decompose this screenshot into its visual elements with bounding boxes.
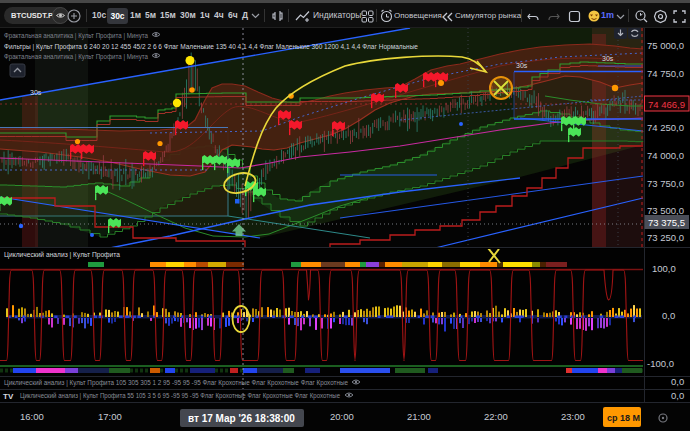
- svg-text:21:00: 21:00: [407, 411, 431, 422]
- svg-text:Фильтры | Культ Профита 6 24: Фильтры | Культ Профита 6 240 20 12 455 …: [4, 43, 418, 51]
- svg-text:0,0: 0,0: [671, 390, 684, 401]
- svg-text:30s: 30s: [30, 89, 42, 96]
- svg-text:16:00: 16:00: [20, 411, 44, 422]
- svg-text:TV: TV: [3, 392, 14, 401]
- svg-text:Циклический анализ | Культ П: Циклический анализ | Культ Профита: [4, 251, 120, 259]
- svg-text:73 500,0: 73 500,0: [647, 205, 684, 216]
- svg-text:22:00: 22:00: [484, 411, 508, 422]
- svg-text:30s: 30s: [516, 62, 528, 69]
- svg-text:вт 17 Мар '26 18:38:00: вт 17 Мар '26 18:38:00: [188, 413, 295, 424]
- svg-text:74 750,0: 74 750,0: [647, 68, 684, 79]
- svg-text:75 000,0: 75 000,0: [647, 40, 684, 51]
- svg-text:74 250,0: 74 250,0: [647, 122, 684, 133]
- svg-text:Фрактальная аналитика | Куль: Фрактальная аналитика | Культ Профита | …: [4, 53, 148, 61]
- svg-text:73 250,0: 73 250,0: [647, 232, 684, 243]
- svg-text:Фрактальная аналитика | Куль: Фрактальная аналитика | Культ Профита | …: [4, 32, 148, 40]
- svg-text:-100,0: -100,0: [647, 358, 674, 369]
- svg-text:ср 18 М: ср 18 М: [607, 413, 640, 423]
- svg-text:0,0: 0,0: [662, 310, 675, 321]
- svg-text:74 000,0: 74 000,0: [647, 150, 684, 161]
- svg-text:23:00: 23:00: [561, 411, 585, 422]
- svg-text:20:00: 20:00: [330, 411, 354, 422]
- svg-text:74 466,9: 74 466,9: [648, 99, 685, 110]
- svg-text:Циклический анализ | Культ П: Циклический анализ | Культ Профита 105 3…: [4, 379, 348, 387]
- svg-text:0,0: 0,0: [671, 376, 684, 387]
- svg-text:100,0: 100,0: [652, 263, 676, 274]
- svg-text:17:00: 17:00: [98, 411, 122, 422]
- svg-text:30s: 30s: [602, 55, 614, 62]
- svg-text:73 750,0: 73 750,0: [647, 178, 684, 189]
- svg-text:73 375,5: 73 375,5: [648, 217, 685, 228]
- svg-text:Циклический анализ | Культ П: Циклический анализ | Культ Профита 55 10…: [20, 392, 340, 400]
